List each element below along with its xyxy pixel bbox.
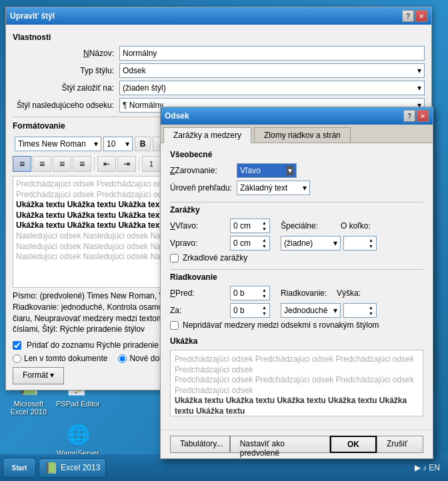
radio-this-doc[interactable] — [13, 354, 21, 363]
align-justify-btn[interactable]: ≡ — [73, 156, 91, 172]
typ-row: Typ štýlu: Odsek ▾ — [13, 63, 425, 78]
vyska-up[interactable]: ▲ — [369, 304, 373, 310]
odsek-bottom-buttons: Tabulátory... Nastaviť ako predvolené OK… — [161, 430, 433, 458]
format-button[interactable]: Formát ▾ — [13, 367, 64, 384]
odsek-titlebar: Odsek ? ✕ — [161, 107, 433, 125]
vpravo-row: Vpravo: 0 cm ▲ ▼ (žiadne) ▾ ▲ — [170, 236, 423, 250]
vlastnosti-label: Vlastnosti — [13, 33, 425, 42]
nepridavat-row: Nepridávať medzery medzi odsekmi s rovna… — [170, 320, 423, 330]
vyska-down[interactable]: ▼ — [369, 310, 373, 316]
odsek-sep2 — [170, 269, 423, 270]
specialne-dropdown[interactable]: (žiadne) ▾ — [281, 236, 341, 250]
toolbar-sep1 — [94, 157, 95, 171]
nazov-input[interactable] — [119, 46, 425, 61]
odsek-preview: Predchádzajúci odsek Predchádzajúci odse… — [170, 350, 423, 416]
tab-zarazky[interactable]: Zarážky a medzery — [163, 127, 251, 143]
vlavo-up[interactable]: ▲ — [262, 220, 267, 226]
nastavit-btn[interactable]: Nastaviť ako predvolené — [230, 436, 330, 453]
vpravo-label: Vpravo: — [170, 239, 230, 248]
align-right-btn[interactable]: ≡ — [53, 156, 71, 172]
nepridavat-checkbox[interactable] — [170, 321, 179, 330]
vyska-label: Výška: — [337, 288, 377, 298]
size-dropdown[interactable]: 10 ▾ — [103, 137, 133, 151]
odsek-title: Odsek — [165, 111, 189, 121]
uroven-row: Úroveň prehľadu: Základný text ▾ — [170, 181, 423, 195]
vlavo-label: VVľavo: — [170, 221, 230, 231]
typ-dropdown[interactable]: Odsek ▾ — [119, 63, 425, 78]
okolko-spinbox[interactable]: ▲ ▼ — [343, 236, 377, 250]
odsek-content: Všeobecné ZZarovnanie: Vľavo ▾ Úroveň pr… — [161, 143, 433, 430]
align-left-btn[interactable]: ≡ — [13, 156, 31, 172]
riadkovanie-title: Riadkovanie — [170, 272, 423, 282]
riadkovanie-val-label: Riadkovanie: — [281, 288, 334, 298]
pred-down[interactable]: ▼ — [262, 293, 267, 299]
vseobecne-section: Všeobecné ZZarovnanie: Vľavo ▾ Úroveň pr… — [170, 150, 423, 195]
vpravo-spinbox[interactable]: 0 cm ▲ ▼ — [230, 236, 270, 250]
vlavo-down[interactable]: ▼ — [262, 226, 267, 232]
odsek-ok-btn[interactable]: OK — [330, 436, 377, 453]
indent-decrease-btn[interactable]: ⇤ — [97, 156, 116, 172]
odsek-zrusit-btn[interactable]: Zrušiť — [377, 436, 423, 453]
nasledujuci-label: Štýl nasledujúceho odseku: — [13, 101, 119, 110]
zarovnanie-row: ZZarovnanie: Vľavo ▾ — [170, 163, 423, 178]
okolko-up[interactable]: ▲ — [369, 237, 373, 243]
odsek-close-btn[interactable]: ✕ — [417, 110, 429, 122]
uroven-dropdown[interactable]: Základný text ▾ — [237, 181, 310, 195]
za-up[interactable]: ▲ — [262, 304, 267, 310]
vpravo-up[interactable]: ▲ — [262, 237, 267, 243]
vpravo-down[interactable]: ▼ — [262, 243, 267, 249]
radio-this-doc-label: Len v tomto dokumente — [24, 354, 107, 363]
toolbar-sep2 — [139, 157, 139, 171]
pred-row: PPred: 0 b ▲ ▼ Riadkovanie: Výška: — [170, 286, 423, 300]
vlavo-row: VVľavo: 0 cm ▲ ▼ Špeciálne: O koľko: — [170, 219, 423, 233]
specialne-label: Špeciálne: — [281, 221, 327, 231]
bold-button[interactable]: B — [135, 137, 151, 151]
za-label: Za: — [170, 306, 230, 315]
riadkovanie-section: Riadkovanie PPred: 0 b ▲ ▼ Riadkovanie: … — [170, 272, 423, 330]
align-center-btn[interactable]: ≡ — [33, 156, 51, 172]
pred-up[interactable]: ▲ — [262, 287, 267, 293]
zarovnanie-dropdown[interactable]: Vľavo ▾ — [237, 163, 297, 178]
za-spinbox[interactable]: 0 b ▲ ▼ — [230, 303, 270, 318]
uroven-label: Úroveň prehľadu: — [170, 183, 237, 193]
zarazky-label: Zarážky — [170, 205, 423, 215]
nepridavat-label: Nepridávať medzery medzi odsekmi s rovna… — [183, 320, 379, 330]
upravit-help-btn[interactable]: ? — [402, 10, 414, 22]
nazov-row: NNázov: — [13, 46, 425, 61]
okolko-down[interactable]: ▼ — [369, 243, 373, 249]
tabulatory-btn[interactable]: Tabulátory... — [170, 436, 230, 453]
start-button[interactable]: Start — [3, 458, 36, 478]
zrkadlove-label: Zrkadlové zarážky — [183, 253, 247, 262]
odsek-help-btn[interactable]: ? — [403, 110, 415, 122]
ukazka-section: Ukážka Predchádzajúci odsek Predchádzajú… — [170, 336, 423, 416]
tab-zlomy[interactable]: Zlomy riadkov a strán — [254, 127, 351, 143]
odsek-tab-bar: Zarážky a medzery Zlomy riadkov a strán — [161, 125, 433, 143]
checkbox-pridaj[interactable] — [13, 341, 21, 350]
line-single-btn[interactable]: 1 — [142, 156, 161, 172]
indent-increase-btn[interactable]: ⇥ — [117, 156, 136, 172]
zarazky-section: Zarážky VVľavo: 0 cm ▲ ▼ Špeciálne: O ko… — [170, 205, 423, 262]
vyska-spinbox[interactable]: ▲ ▼ — [343, 303, 377, 318]
upravit-title: Upraviť štýl — [10, 11, 55, 21]
zalozit-row: Štýl založiť na: (žiaden štýl) ▾ — [13, 81, 425, 95]
typ-label: Typ štýlu: — [13, 66, 119, 75]
riadkovanie-dropdown[interactable]: Jednoduché ▾ — [281, 303, 341, 318]
za-row: Za: 0 b ▲ ▼ Jednoduché ▾ ▲ — [170, 303, 423, 318]
upravit-close-btn[interactable]: ✕ — [415, 10, 427, 22]
taskbar-clock: ▶ ♪ EN — [409, 463, 445, 472]
zarovnanie-label: ZZarovnanie: — [170, 166, 237, 175]
pred-spinbox[interactable]: 0 b ▲ ▼ — [230, 286, 270, 300]
checkbox-pridaj-label: Pridať do zoznamu Rýchle priradenie štýl… — [27, 340, 181, 350]
radio-new-docs[interactable] — [118, 354, 127, 363]
desktop-icon-wamp[interactable]: 🌐 WampServer — [55, 421, 101, 457]
odsek-sep1 — [170, 202, 423, 203]
taskbar-excel-btn[interactable]: 📗 Excel 2013 — [39, 458, 106, 478]
za-down[interactable]: ▼ — [262, 310, 267, 316]
font-dropdown[interactable]: Times New Roman ▾ — [15, 137, 101, 151]
upravit-titlebar: Upraviť štýl ? ✕ — [6, 7, 431, 25]
zalozit-dropdown[interactable]: (žiaden štýl) ▾ — [119, 81, 425, 95]
zalozit-label: Štýl založiť na: — [13, 83, 119, 93]
zrkadlove-checkbox[interactable] — [170, 254, 179, 262]
vlavo-spinbox[interactable]: 0 cm ▲ ▼ — [230, 219, 270, 233]
ukazka-label: Ukážka — [170, 336, 423, 346]
